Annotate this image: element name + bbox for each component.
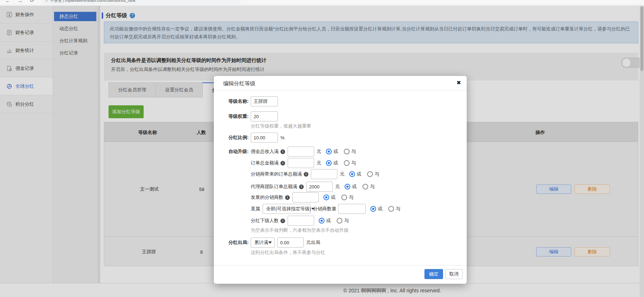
yuan-unit: 元 <box>317 160 321 166</box>
radio-and-label: 与 <box>370 183 375 190</box>
bonus-subordinates-input[interactable] <box>288 216 314 226</box>
browser-forward-icon[interactable]: → <box>16 0 24 4</box>
radio-and[interactable] <box>344 149 350 154</box>
bonus-out-amount-input[interactable] <box>277 238 304 248</box>
radio-and-label: 与 <box>396 206 400 212</box>
radio-or-label: 或 <box>352 183 357 190</box>
info-icon[interactable]: i <box>280 219 285 223</box>
bonus-ratio-input[interactable] <box>251 133 278 143</box>
info-icon[interactable]: i <box>304 172 308 177</box>
agent-team-order-total-input[interactable] <box>306 182 333 192</box>
radio-or[interactable] <box>326 149 332 154</box>
radio-or-label: 或 <box>333 148 338 155</box>
radio-or[interactable] <box>326 160 332 166</box>
total-order-amount-input[interactable] <box>288 158 314 168</box>
radio-and[interactable] <box>337 218 342 224</box>
yuan-unit: 元 <box>335 183 340 190</box>
radio-or-label: 或 <box>357 171 361 177</box>
field-label-level-name: 等级名称: <box>214 96 249 106</box>
yuan-unit: 元 <box>340 171 345 177</box>
modal-footer: 确定 取消 <box>214 265 467 284</box>
sub-label-total-order-amount: 订单总金额满 <box>251 160 279 166</box>
percent-unit: % <box>280 135 285 140</box>
radio-or-label: 或 <box>378 206 383 212</box>
yuan-out-unit: 元出局 <box>306 239 320 246</box>
radio-or[interactable] <box>319 218 325 224</box>
radio-and-label: 与 <box>349 194 354 201</box>
address-bar[interactable]: ⚠ 不安全 | mpiwxiwxrenxiaoi.com/User/bonus_… <box>41 0 241 4</box>
auto-upgrade-hint: 为空表示不做判断，六者都为空表示不自动升级 <box>251 227 349 234</box>
radio-and[interactable] <box>362 184 368 190</box>
total-commission-input[interactable] <box>288 147 314 157</box>
direct-level-select-value: 全部(可选择指定等级) <box>266 206 311 212</box>
radio-and-label: 与 <box>344 217 349 224</box>
sub-label-bonus-subordinates: 分红下级人数 <box>251 217 279 224</box>
not-secure-icon: ⚠ <box>45 0 48 2</box>
yuan-unit: 元 <box>317 148 321 155</box>
radio-and[interactable] <box>388 206 394 212</box>
radio-or[interactable] <box>345 184 350 190</box>
sub-label-direct: 直属 <box>251 206 260 212</box>
sub-label-agent-team-order-total: 代理商团队订单总额满 <box>251 183 297 190</box>
bonus-out-hint: 达到分红出局条件，将不再参与分红 <box>251 249 325 256</box>
confirm-button[interactable]: 确定 <box>424 269 443 279</box>
weight-hint: 分红等级权重，值越大越重要 <box>251 123 311 129</box>
modal-title: 编辑分红等级 <box>223 80 255 87</box>
radio-and-label: 与 <box>351 160 356 166</box>
close-icon[interactable]: ✖ <box>456 80 461 86</box>
bonus-out-mode-select[interactable]: 累计满 <box>251 238 275 248</box>
radio-and-label: 与 <box>351 148 356 155</box>
info-icon[interactable]: i <box>285 195 290 200</box>
browser-back-icon[interactable]: ← <box>4 0 11 4</box>
chevron-down-icon <box>268 241 272 244</box>
modal-header: 编辑分红等级 ✖ <box>214 76 467 90</box>
radio-or[interactable] <box>349 171 355 177</box>
info-icon[interactable]: i <box>280 161 285 166</box>
radio-and[interactable] <box>341 195 347 200</box>
radio-and[interactable] <box>367 171 373 177</box>
sub-label-distributor-order-total: 分销商带来的订单总额满 <box>251 171 302 177</box>
browser-reload-icon[interactable]: ⟳ <box>29 0 36 4</box>
edit-bonus-level-modal: 编辑分红等级 ✖ 等级名称: 等级权重: 分红等级权重，值越大越重要 分红比例:… <box>214 76 467 284</box>
field-label-bonus-out: 分红出局: <box>214 238 249 248</box>
radio-or[interactable] <box>370 206 376 212</box>
sub-label-distributor-count: 分销商数量 <box>313 206 336 212</box>
field-label-level-weight: 等级权重: <box>214 111 249 121</box>
radio-and[interactable] <box>344 160 350 166</box>
level-name-input[interactable] <box>251 96 278 106</box>
distributor-order-total-input[interactable] <box>311 169 337 179</box>
bonus-out-mode-value: 累计满 <box>254 239 268 246</box>
info-icon[interactable]: i <box>299 185 304 189</box>
radio-and-label: 与 <box>375 171 379 177</box>
radio-or[interactable] <box>323 195 329 200</box>
sub-label-total-commission: 佣金总收入满 <box>251 148 279 155</box>
field-label-auto-upgrade: 自动升级: <box>214 147 249 157</box>
direct-level-select[interactable]: 全部(可选择指定等级) <box>263 204 311 214</box>
info-icon[interactable]: i <box>280 149 285 154</box>
field-label-bonus-ratio: 分红比例: <box>214 133 249 143</box>
radio-or-label: 或 <box>333 160 338 166</box>
url-text: 不安全 | mpiwxiwxrenxiaoi.com/User/bonus_ra… <box>50 0 135 3</box>
distributor-count-input[interactable] <box>338 204 366 214</box>
radio-or-label: 或 <box>326 217 331 224</box>
level-weight-input[interactable] <box>251 111 278 121</box>
browser-chrome: ← → ⟳ ⚠ 不安全 | mpiwxiwxrenxiaoi.com/User/… <box>0 0 644 5</box>
radio-or-label: 或 <box>331 194 336 201</box>
cancel-button[interactable]: 取消 <box>445 269 463 279</box>
sub-label-developed-distributors: 发展的分销商数 <box>251 194 283 201</box>
developed-distributors-input[interactable] <box>292 192 319 202</box>
